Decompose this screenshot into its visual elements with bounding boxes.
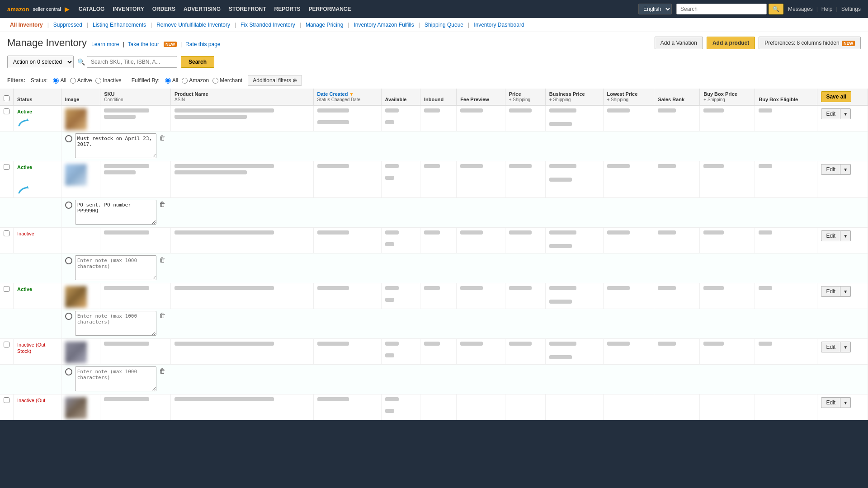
subnav-manage-pricing[interactable]: Manage Pricing [303,21,346,29]
row2-note-textarea[interactable]: PO sent. PO number PP999HQ [75,200,156,225]
row4-buy-box-eligible-blur [759,286,772,290]
row4-edit-dropdown[interactable]: ▼ [840,286,851,297]
row2-edit-button[interactable]: Edit [821,164,840,175]
row4-lowest-price-blur [607,286,630,290]
add-product-button[interactable]: Add a product [707,37,755,49]
row5-edit-group: Edit ▼ [821,342,864,352]
row5-edit-button[interactable]: Edit [821,342,840,352]
tour-new-badge: NEW [164,42,177,47]
row6-checkbox[interactable] [4,397,9,403]
action-select[interactable]: Action on 0 selected [7,56,74,68]
row1-inbound-cell [420,105,456,131]
status-all-radio[interactable]: All [53,77,66,84]
nav-orders[interactable]: ORDERS [152,6,175,12]
save-all-button[interactable]: Save all [821,91,851,102]
row2-sales-rank-cell [654,161,700,198]
table-row: Active [0,105,868,131]
nav-storefront[interactable]: STOREFRONT [229,6,266,12]
take-tour-link[interactable]: Take the tour [128,41,159,47]
select-all-checkbox[interactable] [4,95,9,101]
nav-advertising[interactable]: ADVERTISING [184,6,221,12]
nav-inventory[interactable]: INVENTORY [113,6,144,12]
row1-note-textarea[interactable]: Must restock on April 23, 2017. [75,133,156,158]
nav-catalog[interactable]: CATALOG [79,6,105,12]
top-search-button[interactable]: 🔍 [769,4,783,14]
row1-checkbox[interactable] [4,108,9,114]
preferences-button[interactable]: Preferences: 8 columns hidden NEW [759,37,861,49]
row6-edit-group: Edit ▼ [821,397,864,408]
col-date-created-header[interactable]: Date Created ▼ Status Changed Date [313,89,381,105]
row3-edit-dropdown[interactable]: ▼ [840,230,851,241]
settings-link[interactable]: Settings [841,6,861,12]
nav-reports[interactable]: REPORTS [274,6,300,12]
row2-note-radio[interactable] [65,202,72,209]
row3-product-content [175,230,310,236]
row6-edit-button[interactable]: Edit [821,397,840,408]
row2-buy-box-price-cell [700,161,755,198]
row1-edit-button[interactable]: Edit [821,108,840,119]
row3-edit-button[interactable]: Edit [821,230,840,241]
subnav-listing-enhancements[interactable]: Listing Enhancements [90,21,149,29]
learn-more-link[interactable]: Learn more [91,41,119,47]
messages-link[interactable]: Messages [788,6,813,12]
add-variation-button[interactable]: Add a Variation [655,37,703,49]
row6-edit-dropdown[interactable]: ▼ [840,397,851,408]
subnav-fix-stranded[interactable]: Fix Stranded Inventory [238,21,298,29]
row4-note-td: 🗑 [61,309,868,339]
row1-price-blur [509,108,532,113]
row5-available-blur [385,342,399,346]
row3-checkbox[interactable] [4,230,9,236]
status-active-radio[interactable]: Active [70,77,92,84]
row1-edit-dropdown[interactable]: ▼ [840,108,851,119]
language-select[interactable]: English [638,4,672,14]
help-link[interactable]: Help [821,6,833,12]
row5-note-delete-icon[interactable]: 🗑 [159,367,165,375]
subnav-remove-unfulfillable[interactable]: Remove Unfulfillable Inventory [154,21,233,29]
row1-buy-box-price-cell [700,105,755,131]
main-content: All Inventory | Suppressed | Listing Enh… [0,18,868,420]
row2-inbound-cell [420,161,456,198]
nav-performance[interactable]: PERFORMANCE [309,6,351,12]
row5-edit-dropdown[interactable]: ▼ [840,342,851,352]
row4-note-textarea[interactable] [75,311,156,336]
subnav-suppressed[interactable]: Suppressed [51,21,85,29]
subnav-all-inventory[interactable]: All Inventory [7,21,46,29]
row3-note-delete-icon[interactable]: 🗑 [159,256,165,263]
row4-note-radio[interactable] [65,313,72,320]
row2-checkbox[interactable] [4,164,9,170]
row2-note-delete-icon[interactable]: 🗑 [159,201,165,208]
row5-checkbox[interactable] [4,342,9,347]
row4-sku-blur [104,286,149,290]
row4-checkbox[interactable] [4,286,9,292]
row3-price-blur [509,230,532,235]
row6-date-blur [317,397,349,401]
table-row: Active [0,161,868,198]
row1-note-delete-icon[interactable]: 🗑 [159,134,165,141]
row3-business-price-blur2 [549,244,572,248]
row4-edit-button[interactable]: Edit [821,286,840,297]
rate-page-link[interactable]: Rate this page [185,41,220,47]
fulfilled-all-radio[interactable]: All [165,77,178,84]
top-search-input[interactable] [676,4,767,14]
fulfilled-merchant-radio[interactable]: Merchant [212,77,242,84]
row2-edit-dropdown[interactable]: ▼ [840,164,851,175]
row1-note-radio[interactable] [65,135,72,142]
row4-fee-cell [457,283,505,309]
col-product-name-header: Product NameASIN [170,89,313,105]
subnav-shipping-queue[interactable]: Shipping Queue [422,21,466,29]
subnav-inventory-amazon[interactable]: Inventory Amazon Fulfills [351,21,416,29]
row4-note-delete-icon[interactable]: 🗑 [159,312,165,319]
row3-note-radio[interactable] [65,257,72,264]
search-sku-input[interactable] [87,56,177,68]
row3-note-textarea[interactable] [75,255,156,280]
row5-note-textarea[interactable] [75,366,156,391]
row4-product-blur1 [175,286,274,290]
status-inactive-radio[interactable]: Inactive [95,77,121,84]
row3-edit-group: Edit ▼ [821,230,864,241]
additional-filters-button[interactable]: Additional filters ⊕ [248,75,302,86]
search-button[interactable]: Search [181,56,214,68]
subnav-inventory-dashboard[interactable]: Inventory Dashboard [471,21,527,29]
fulfilled-amazon-radio[interactable]: Amazon [182,77,209,84]
table-row-note: PO sent. PO number PP999HQ 🗑 [0,198,868,228]
row5-note-radio[interactable] [65,368,72,375]
